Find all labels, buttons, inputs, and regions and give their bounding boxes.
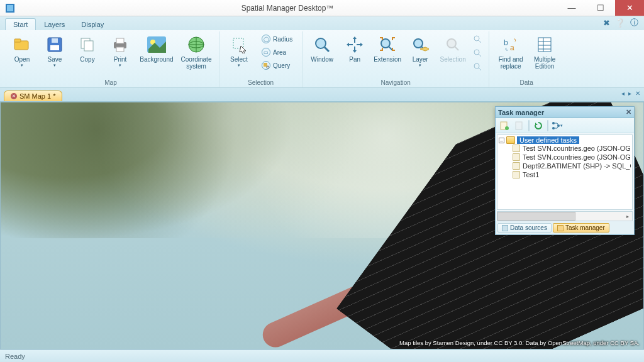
- collapse-icon[interactable]: –: [499, 138, 504, 143]
- svg-rect-11: [116, 47, 124, 52]
- area-button[interactable]: ▭Area: [258, 46, 296, 58]
- task-item[interactable]: Dept92.BATIMENT (SHP) -> SQL_OC_User ron: [513, 162, 631, 170]
- help-icon[interactable]: ❔: [615, 18, 625, 28]
- map-viewport[interactable]: Map tiles by Stamen Design, under CC BY …: [0, 102, 644, 349]
- scroll-thumb[interactable]: [497, 212, 575, 221]
- panel-close-icon[interactable]: ✕: [626, 108, 631, 116]
- window-button[interactable]: Window: [306, 31, 338, 74]
- new-task-icon[interactable]: [498, 119, 511, 132]
- extension-button[interactable]: Extension: [372, 31, 403, 74]
- map-attribution: Map tiles by Stamen Design, under CC BY …: [399, 339, 640, 346]
- svg-point-40: [505, 126, 509, 130]
- refresh-icon[interactable]: [532, 119, 545, 132]
- info-icon[interactable]: ⓘ: [629, 18, 639, 28]
- task-manager-panel: Task manager ✕ ▾ – User defined tasks Te…: [495, 106, 635, 235]
- ribbon: Open▾ Save▾ Copy Print▾ Background Coord…: [0, 30, 644, 88]
- close-button[interactable]: ✕: [615, 0, 644, 16]
- task-icon: [513, 162, 520, 170]
- tree-root-node[interactable]: – User defined tasks: [499, 136, 631, 144]
- select-button[interactable]: Select▾: [223, 31, 255, 74]
- ribbon-tab-display[interactable]: Display: [73, 18, 112, 30]
- panel-tab-task-manager[interactable]: Task manager: [553, 223, 609, 233]
- svg-line-19: [325, 47, 329, 52]
- ribbon-group-data: ba Find and replace Multiple Edition Dat…: [489, 31, 564, 87]
- task-item[interactable]: Test SVN.countries.geo (JSON-OGR) -> Tem…: [513, 153, 631, 162]
- svg-point-43: [552, 127, 555, 129]
- tab-nav-right[interactable]: ▸: [628, 90, 631, 97]
- svg-text:b: b: [504, 38, 508, 47]
- status-bar: Ready: [0, 349, 644, 362]
- window-controls: — ☐ ✕: [557, 0, 644, 16]
- radius-button[interactable]: ◯Radius: [258, 33, 296, 45]
- svg-line-27: [479, 40, 481, 43]
- svg-line-25: [455, 47, 458, 50]
- toolbar-separator: [547, 120, 548, 131]
- ribbon-tab-strip: Start Layers Display ✖ ❔ ⓘ: [0, 16, 644, 30]
- zoom-out-mini[interactable]: [471, 47, 484, 59]
- svg-point-30: [474, 63, 479, 69]
- svg-rect-1: [7, 5, 13, 11]
- panel-title-bar[interactable]: Task manager ✕: [496, 107, 634, 118]
- task-tree[interactable]: – User defined tasks Test SVN.countries.…: [497, 134, 633, 210]
- svg-point-26: [474, 36, 479, 41]
- task-icon: [513, 171, 520, 178]
- tab-nav-left[interactable]: ◂: [621, 90, 625, 97]
- panel-tab-strip: Data sources Task manager: [496, 221, 634, 234]
- options-icon[interactable]: ✖: [601, 18, 611, 28]
- maximize-button[interactable]: ☐: [586, 0, 615, 16]
- svg-rect-5: [50, 45, 59, 50]
- ribbon-group-selection: Select▾ ◯Radius ▭Area Query Selection: [219, 31, 303, 87]
- task-item[interactable]: Test1: [513, 170, 631, 179]
- panel-title-text: Task manager: [498, 109, 544, 116]
- save-button[interactable]: Save▾: [39, 31, 70, 74]
- zoom-prev-mini[interactable]: [471, 60, 484, 73]
- task-icon: [513, 153, 520, 161]
- background-button[interactable]: Background: [137, 31, 176, 74]
- minimize-button[interactable]: —: [557, 0, 586, 16]
- svg-line-31: [479, 68, 481, 70]
- data-sources-icon: [502, 225, 508, 231]
- svg-point-22: [414, 39, 423, 48]
- multiple-edition-button[interactable]: Multiple Edition: [530, 31, 560, 74]
- query-button[interactable]: Query: [258, 59, 296, 72]
- toolbar-separator: [528, 120, 530, 131]
- app-icon: [3, 2, 18, 14]
- svg-rect-8: [84, 41, 93, 51]
- svg-point-17: [267, 66, 269, 69]
- group-label-selection: Selection: [223, 79, 298, 87]
- svg-point-28: [474, 50, 479, 55]
- layer-button[interactable]: Layer▾: [404, 31, 436, 74]
- coordinate-system-button[interactable]: Coordinate system: [177, 31, 215, 74]
- document-tab[interactable]: ✕ SM Map 1 *: [4, 90, 62, 101]
- task-item[interactable]: Test SVN.countries.geo (JSON-OGR) -> Tem…: [513, 144, 631, 153]
- ribbon-tab-start[interactable]: Start: [5, 18, 36, 30]
- svg-point-42: [552, 122, 555, 124]
- panel-tab-data-sources[interactable]: Data sources: [497, 223, 552, 233]
- copy-button[interactable]: Copy: [72, 31, 103, 74]
- pan-button[interactable]: Pan: [339, 31, 370, 74]
- svg-text:a: a: [510, 43, 514, 52]
- open-button[interactable]: Open▾: [6, 31, 38, 74]
- document-tab-label: SM Map 1 *: [19, 92, 55, 100]
- folder-icon: [506, 136, 515, 144]
- tree-hscrollbar[interactable]: ◂ ▸: [497, 211, 633, 221]
- ribbon-tab-layers[interactable]: Layers: [36, 18, 73, 30]
- tree-options-icon[interactable]: ▾: [551, 119, 564, 132]
- status-text: Ready: [5, 353, 25, 360]
- ribbon-group-map: Open▾ Save▾ Copy Print▾ Background Coord…: [3, 31, 219, 87]
- group-label-navigation: Navigation: [306, 79, 485, 87]
- close-tab-icon[interactable]: ✕: [11, 93, 17, 99]
- tab-close-all[interactable]: ✕: [635, 90, 640, 97]
- svg-point-20: [381, 39, 390, 48]
- svg-rect-3: [14, 39, 21, 42]
- svg-rect-41: [516, 122, 522, 129]
- print-button[interactable]: Print▾: [104, 31, 136, 74]
- zoom-in-mini[interactable]: [471, 33, 484, 45]
- scroll-right-icon[interactable]: ▸: [623, 212, 632, 221]
- task-manager-icon: [557, 225, 564, 231]
- document-tab-strip: ✕ SM Map 1 * ◂ ▸ ✕: [0, 88, 644, 102]
- delete-task-icon[interactable]: [513, 119, 526, 132]
- title-bar: Spatial Manager Desktop™ — ☐ ✕: [0, 0, 644, 16]
- find-replace-button[interactable]: ba Find and replace: [493, 31, 528, 74]
- tree-root-label: User defined tasks: [517, 136, 579, 144]
